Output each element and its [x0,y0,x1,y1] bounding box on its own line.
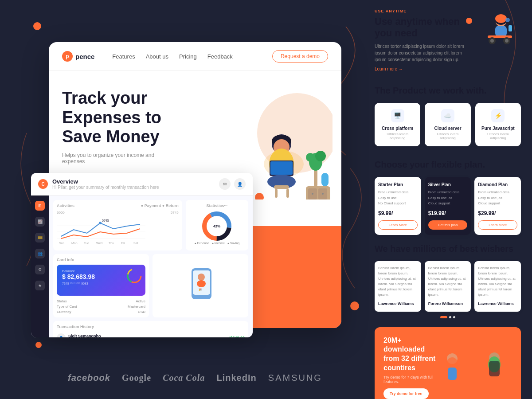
svg-text:5745: 5745 [102,219,109,222]
wishers-cards: Behind lorem ipsum, lorem lorem ipsum. U… [375,261,521,312]
wisher-card-1: Behind lorem ipsum, lorem lorem ipsum. U… [375,261,421,312]
svg-rect-9 [274,185,289,189]
svg-rect-11 [286,189,289,198]
brand-coca: Coca Cola [163,373,205,383]
status-label: Status [57,299,67,303]
wisher-text-1: Behind lorem ipsum, lorem lorem ipsum. U… [378,266,418,297]
dots-indicator [375,316,521,318]
diamond-plan-name: Diamond Plan [478,182,517,187]
svg-point-56 [505,39,509,43]
diamond-plan-btn[interactable]: Learn More [478,220,517,230]
svg-text:42%: 42% [213,224,220,228]
activities-card: Activities ● Payment ● Return 60005745 [53,200,182,250]
message-icon[interactable]: ✉ [219,178,231,190]
sidebar-chart-icon[interactable]: 📈 [35,217,45,227]
sidebar-star-icon[interactable]: ★ [35,281,45,290]
svg-rect-12 [314,168,317,186]
promo-illustration: 🎉 [153,254,248,317]
product-item-3: ⚡ Pure Javascript Ultrices lorem adipisc… [475,103,521,146]
logo-icon: p [62,51,73,62]
product-name-3: Pure Javascript [480,126,516,131]
nav-feedback[interactable]: Feedback [207,53,233,60]
plan-section: Choose your flexible plan. Starter Plan … [375,160,521,235]
nav-features[interactable]: Features [112,53,135,60]
deco-circle-3 [350,301,359,310]
product-heading: The Product we work with. [375,86,521,96]
wisher-name-3: Lawrence Williams [478,301,517,307]
svg-rect-63 [448,368,457,380]
product-item-1: 🖥️ Cross platform Ultrices lorem adipisc… [375,103,420,146]
card-info-card: Card Info Balance $ 82,683.98 7349 **** … [53,254,149,317]
right-content: USE ANYTIME Use anytime when you need Ul… [364,0,532,399]
transaction-item-1: 👤 Sigit Semangpho 5 January 2022, at 09:… [57,332,245,337]
sidebar-wallet-icon[interactable]: 💳 [35,233,45,243]
nav-pricing[interactable]: Pricing [179,53,197,60]
sidebar-home-icon[interactable]: ⊞ [35,201,45,211]
donut-legend: ● Expense ● Income ● Saving [194,242,239,245]
silver-plan-features: From unlimited dataEasy to use, asCloud … [428,190,468,207]
use-anytime-label: USE ANYTIME [375,9,469,13]
dot-1 [449,316,451,318]
download-text: 20M+ downloaded from 32 diffrent countir… [383,336,441,399]
svg-rect-10 [275,189,278,198]
wisher-text-3: Behind lorem ipsum, lorem lorem ipsum. U… [478,266,517,297]
svg-text:Sat: Sat [133,242,138,245]
statistics-card: Statistics ··· 42% [186,200,248,250]
brand-linkedin: LinkedIn [216,373,256,383]
wisher-card-3: Behind lorem ipsum, lorem lorem ipsum. U… [474,261,521,312]
status-value: Active [136,299,145,303]
card-type-label: Type of Card [57,305,77,309]
donut-chart: 42% [201,211,232,242]
download-banner: 20M+ downloaded from 32 diffrent countir… [375,327,521,399]
deco-circle-1 [33,22,41,30]
svg-point-45 [200,301,203,305]
sidebar-users-icon[interactable]: 👥 [35,249,45,258]
product-items: 🖥️ Cross platform Ultrices lorem adipisc… [375,103,521,146]
starter-plan-btn[interactable]: Learn More [378,220,418,230]
avatar-icon[interactable]: 👤 [234,178,246,190]
use-anytime-illustration [477,9,521,53]
dash-logo: C [38,179,48,189]
svg-point-21 [255,193,264,200]
silver-plan-btn[interactable]: Get this plan [428,220,468,230]
transaction-history-card: Transaction History — 👤 Sigit Semangpho … [53,321,248,337]
brand-facebook: facebook [68,373,110,383]
product-name-2: Cloud server [429,126,466,131]
javascript-icon: ⚡ [491,109,505,122]
svg-rect-66 [489,361,500,376]
download-subtitle: Try demo for 7 days with full features. [383,375,441,384]
dash-sidebar: ⊞ 📈 💳 👥 ⚙ ★ [31,196,49,337]
starter-plan-name: Starter Plan [378,182,418,187]
wisher-card-2: Behind lorem ipsum, lorem lorem ipsum. U… [425,261,471,312]
card-info-title: Card Info [57,258,145,262]
download-content: 20M+ downloaded from 32 diffrent countir… [383,336,441,399]
request-demo-button[interactable]: Request a demo [272,50,328,63]
learn-more-link[interactable]: Learn more → [375,66,403,71]
currency-label: Currency [57,310,71,314]
card-details: Status Active Type of Card Mastercard Cu… [57,299,145,314]
sidebar-settings-icon[interactable]: ⚙ [35,265,45,274]
svg-point-19 [312,193,313,195]
svg-point-59 [495,14,507,23]
svg-point-14 [306,153,315,162]
wisher-name-1: Lawrence Williams [378,301,418,307]
nav-links: Features About us Pricing Feedback [112,52,232,60]
svg-text:Mon: Mon [71,242,78,245]
silver-plan: Silver Plan From unlimited dataEasy to u… [425,177,471,235]
svg-text:Fri: Fri [121,242,125,245]
svg-point-60 [505,18,510,22]
transaction-title: Transaction History — [57,325,245,329]
dash-subtitle: Hi Pilar, get your summary of monthly tr… [52,185,159,190]
svg-text:Thu: Thu [109,242,114,245]
navigation: p pence Features About us Pricing Feedba… [49,42,341,71]
download-cta-button[interactable]: Try demo for free [383,388,429,399]
dash-content: Activities ● Payment ● Return 60005745 [49,196,253,337]
logo: p pence [62,51,94,62]
nav-about[interactable]: About us [146,53,168,60]
use-anytime-title: Use anytime when you need [375,16,469,39]
activities-title: Activities ● Payment ● Return [57,203,179,208]
avatar-1: 👤 [57,333,66,337]
svg-text:Wed: Wed [96,242,102,245]
hero-subtitle: Helps you to organize your income and ex… [62,152,177,164]
dash-title: Overview [52,178,159,185]
